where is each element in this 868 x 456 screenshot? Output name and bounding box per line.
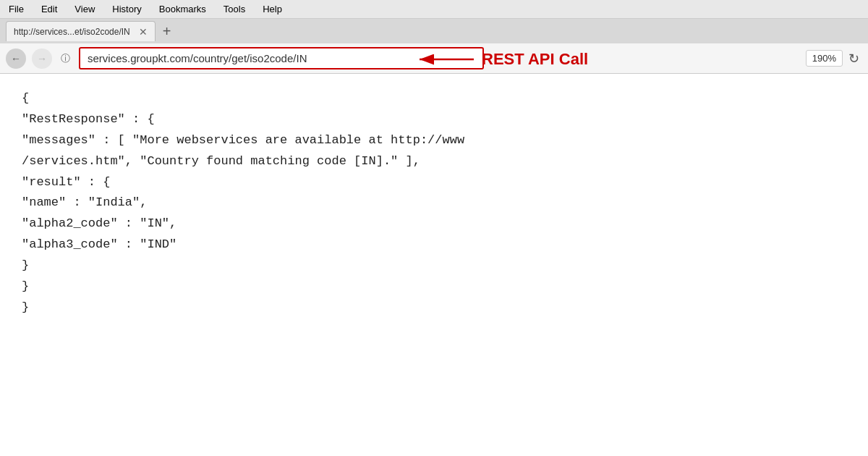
menu-help[interactable]: Help bbox=[260, 2, 285, 16]
menu-bookmarks[interactable]: Bookmarks bbox=[156, 2, 209, 16]
json-response-content: { "RestResponse" : { "messages" : [ "Mor… bbox=[0, 74, 868, 456]
menu-tools[interactable]: Tools bbox=[221, 2, 248, 16]
browser-tab[interactable]: http://services...et/iso2code/IN ✕ bbox=[6, 21, 156, 41]
reload-button[interactable]: ↻ bbox=[846, 49, 862, 68]
rest-api-label: REST API Call bbox=[482, 50, 588, 69]
tab-bar: http://services...et/iso2code/IN ✕ + bbox=[0, 19, 868, 43]
json-line-2: "RestResponse" : { bbox=[22, 109, 846, 130]
json-line-1: { bbox=[22, 88, 846, 109]
json-line-5: "result" : { bbox=[22, 172, 846, 193]
new-tab-button[interactable]: + bbox=[158, 24, 176, 38]
json-line-6: "name" : "India", bbox=[22, 193, 846, 214]
json-line-9: } bbox=[22, 256, 846, 276]
json-line-3: "messages" : [ "More webservices are ava… bbox=[22, 130, 846, 151]
forward-button[interactable]: → bbox=[32, 48, 52, 69]
menu-bar: File Edit View History Bookmarks Tools H… bbox=[0, 0, 868, 19]
json-line-10: } bbox=[22, 276, 846, 297]
json-line-4: /services.htm", "Country found matching … bbox=[22, 151, 846, 172]
arrow-icon bbox=[412, 49, 477, 69]
tab-title: http://services...et/iso2code/IN bbox=[14, 27, 130, 37]
menu-view[interactable]: View bbox=[72, 2, 98, 16]
menu-file[interactable]: File bbox=[6, 2, 27, 16]
address-bar-area: ← → ⓘ REST API Call 190% ↻ bbox=[0, 43, 868, 74]
arrow-annotation: REST API Call bbox=[412, 49, 588, 69]
browser-window: File Edit View History Bookmarks Tools H… bbox=[0, 0, 868, 456]
tab-close-icon[interactable]: ✕ bbox=[139, 26, 148, 38]
zoom-level: 190% bbox=[806, 50, 843, 67]
back-button[interactable]: ← bbox=[6, 48, 26, 69]
json-line-8: "alpha3_code" : "IND" bbox=[22, 235, 846, 256]
info-icon[interactable]: ⓘ bbox=[58, 52, 73, 65]
json-line-7: "alpha2_code" : "IN", bbox=[22, 214, 846, 235]
zoom-area: 190% ↻ bbox=[806, 49, 862, 68]
menu-history[interactable]: History bbox=[109, 2, 144, 16]
menu-edit[interactable]: Edit bbox=[38, 2, 60, 16]
json-line-11: } bbox=[22, 297, 846, 318]
